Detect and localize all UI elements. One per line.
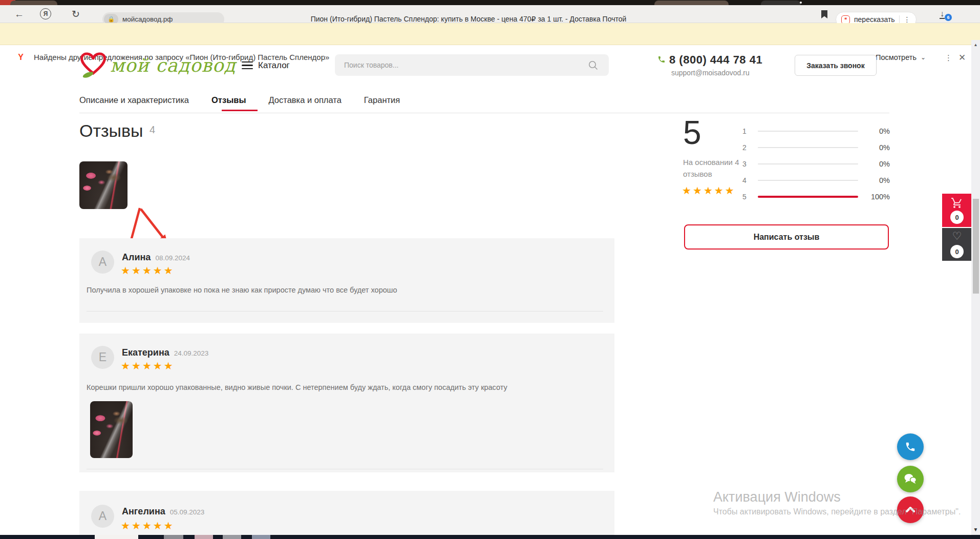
heart-icon: ♡ [942,230,972,242]
review-photo[interactable] [90,401,133,458]
search-box [335,54,609,76]
browser-tab[interactable] [10,1,57,5]
call-fab-button[interactable] [897,433,924,460]
page-title: Пион (Ито-гибрид) Пастель Сплендор: купи… [220,15,717,23]
phone-icon [905,441,916,452]
write-review-button[interactable]: Написать отзыв [684,224,889,250]
yandex-logo-icon: Y [14,51,27,64]
browser-tab[interactable] [761,1,801,5]
tab-warranty[interactable]: Гарантия [364,95,400,105]
scrollbar-up-icon[interactable]: ▲ [971,43,980,47]
chat-bubbles-icon [904,473,917,485]
star-icon: ★ [164,265,175,276]
review-date: 24.09.2023 [174,349,209,357]
scrollbar-down-icon[interactable]: ▼ [971,527,980,532]
star-icon: ★ [142,360,153,371]
hamburger-icon [242,59,253,71]
catalog-button[interactable]: Каталог [242,59,290,71]
reviews-title: Отзывы [79,121,143,141]
summary-stars: ★★★★★ [682,185,736,196]
rating-bar-row: 5 100% [742,190,890,203]
favorites-count: 0 [950,245,964,258]
back-icon[interactable]: ← [14,5,24,23]
notification-menu-icon[interactable]: ⋮ [945,54,952,61]
product-tabs: Описание и характеристика Отзывы Доставк… [79,95,400,105]
star-icon: ★ [132,265,142,276]
avatar: А [91,505,114,528]
review-card: А Алина 08.09.2024 ★★★★★ Получила в хоро… [79,238,614,323]
phone-icon [657,55,666,66]
star-icon: ★ [121,360,132,371]
star-icon: ★ [153,360,164,371]
reviewer-name: Ангелина [122,506,165,517]
rating-bar-row: 3 0% [742,157,890,171]
phone-number[interactable]: 8 (800) 444 78 41 [669,53,762,67]
notification-close-icon[interactable]: ✕ [958,52,966,63]
star-icon: ★ [164,520,175,531]
chat-fab-button[interactable] [897,466,924,492]
star-icon: ★ [121,265,132,276]
favorites-widget[interactable]: ♡ 0 [942,228,972,261]
activation-watermark-title: Активация Windows [713,489,841,505]
rating-bar-row: 4 0% [742,174,890,187]
review-card: А Ангелина 05.09.2023 ★★★★★ [79,491,614,539]
tab-reviews[interactable]: Отзывы [211,95,246,105]
search-icon[interactable] [588,60,598,70]
search-input[interactable] [344,54,580,76]
offer-notification-bar: Y Найдены другие предложения по запросу … [0,23,980,45]
activation-watermark-subtitle: Чтобы активировать Windows, перейдите в … [713,507,961,516]
site-logo[interactable]: мой садовод [79,50,236,80]
review-date: 08.09.2024 [155,254,190,262]
avatar: Е [91,346,114,369]
browser-tab-strip [0,0,980,5]
cart-widget[interactable]: 0 [942,194,972,227]
star-icon: ★ [714,185,725,196]
taskbar-edge [0,535,980,539]
star-icon: ★ [121,520,132,531]
retell-quote-icon: ❝ [841,15,850,24]
review-gallery-photo[interactable] [79,161,127,209]
logo-heart-icon [79,50,107,80]
cart-icon [951,197,963,209]
tab-delivery[interactable]: Доставка и оплата [268,95,341,105]
retell-menu-icon[interactable]: ⋮ [904,16,911,23]
logo-text: мой садовод [110,55,236,76]
avatar: А [91,251,114,274]
browser-toolbar: ← Я ↻ 🔒 мойсадовод.рф Пион (Ито-гибрид) … [0,5,980,23]
star-icon: ★ [725,185,736,196]
tab-audio-dot-icon [800,2,802,4]
reviews-count: 4 [150,124,155,136]
review-card: Е Екатерина 24.09.2023 ★★★★★ Корешки при… [79,334,614,472]
review-text: Корешки пришли хорошо упакованные, видно… [87,383,599,391]
star-icon: ★ [142,265,153,276]
vertical-scrollbar[interactable]: ▲ ▼ [971,40,980,535]
review-stars: ★★★★★ [121,521,175,531]
downloads-button[interactable]: ↓ 6 [940,9,955,22]
review-stars: ★★★★★ [121,265,175,276]
average-rating: 5 [683,114,701,152]
rating-bar-row: 2 0% [742,141,890,154]
star-icon: ★ [142,520,153,531]
download-badge: 6 [945,14,952,21]
reviewer-name: Екатерина [122,347,169,358]
rating-bar-row: 1 0% [742,125,890,138]
review-date: 05.09.2023 [170,508,205,516]
star-icon: ★ [682,185,693,196]
scrollbar-thumb[interactable] [973,199,979,294]
browser-home-icon[interactable]: Я [40,8,51,19]
screen: ← Я ↻ 🔒 мойсадовод.рф Пион (Ито-гибрид) … [0,0,980,539]
reviewer-name: Алина [122,252,151,263]
star-icon: ★ [693,185,704,196]
tabs-divider [79,113,889,113]
reload-icon[interactable]: ↻ [72,5,80,23]
star-icon: ★ [153,520,164,531]
callback-button[interactable]: Заказать звонок [795,55,877,76]
url-text: мойсадовод.рф [122,15,173,23]
bookmark-icon[interactable] [821,10,828,20]
tab-description[interactable]: Описание и характеристика [79,95,189,105]
star-icon: ★ [153,265,164,276]
browser-tab[interactable] [654,1,729,5]
star-icon: ★ [164,360,175,371]
review-stars: ★★★★★ [121,361,175,371]
support-email[interactable]: support@moisadovod.ru [671,69,750,77]
